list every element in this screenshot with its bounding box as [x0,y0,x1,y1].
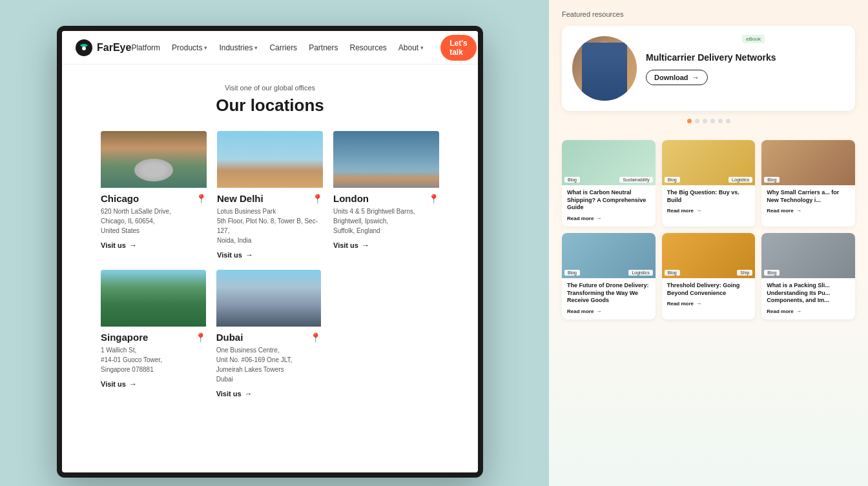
nav-resources[interactable]: Resources [349,43,386,52]
blog-card-packing[interactable]: Blog What is a Packing Sli... Understand… [761,233,855,319]
dubai-address: One Business Centre, Unit No. #06-169 On… [216,345,322,384]
blog-threshold-title: Threshold Delivery: Going Beyond Conveni… [667,282,750,297]
logo[interactable]: FarEye [75,39,131,57]
blog-packing-tag1: Blog [764,270,780,276]
fareye-logo-icon [75,39,93,57]
blog-carbon-body: What is Carbon Neutral Shipping? A Compr… [562,185,656,227]
singapore-info: Singapore 📍 1 Wallich St, #14-01 Guoco T… [101,327,206,389]
location-card-singapore: Singapore 📍 1 Wallich St, #14-01 Guoco T… [101,270,206,398]
delhi-visit-link[interactable]: Visit us → [217,250,323,259]
blog-carbon-image: Blog Sustainability [562,140,656,185]
blog-buyvsbuild-title: The Big Question: Buy vs. Build [667,189,750,204]
blog-buyvsbuild-read-more[interactable]: Read more → [667,208,750,214]
dot-2[interactable] [695,119,699,123]
dubai-visit-link[interactable]: Visit us → [216,389,322,398]
blog-card-carbon[interactable]: Blog Sustainability What is Carbon Neutr… [562,140,656,227]
dubai-name: Dubai [216,332,243,343]
blog-drone-tag1: Blog [564,270,580,276]
chicago-name-row: Chicago 📍 [101,193,207,204]
dot-4[interactable] [710,119,715,123]
delhi-image [217,131,323,188]
singapore-visit-link[interactable]: Visit us → [101,380,206,389]
nav-products[interactable]: Products▾ [172,43,207,52]
blog-grid-row1: Blog Sustainability What is Carbon Neutr… [549,140,868,227]
featured-resources-title: Featured resources [562,10,855,18]
right-panel: Featured resources eBook Multicarrier De… [549,0,868,486]
ebook-person-image [572,36,637,101]
singapore-visit-arrow: → [129,380,137,389]
browser-content: FarEye Platform Products▾ Industries▾ Ca… [62,31,478,472]
blog-threshold-image: Blog Ship [662,233,756,278]
page-subtitle: Visit one of our global offices [101,84,439,92]
location-card-dubai: Dubai 📍 One Business Centre, Unit No. #0… [216,270,322,398]
delhi-name-row: New Delhi 📍 [217,193,323,204]
dubai-name-row: Dubai 📍 [216,332,322,343]
blog-packing-title: What is a Packing Sli... Understanding I… [767,282,850,305]
chicago-address: 620 North LaSalle Drive, Chicago, IL 606… [101,207,207,236]
nav-platform[interactable]: Platform [131,43,160,52]
ebook-badge: eBook [742,35,765,43]
dot-6[interactable] [726,119,730,123]
delhi-address: Lotus Business Park 5th Floor, Plot No. … [217,207,323,245]
dubai-info: Dubai 📍 One Business Centre, Unit No. #0… [216,327,322,398]
location-card-delhi: New Delhi 📍 Lotus Business Park 5th Floo… [217,131,323,259]
singapore-address: 1 Wallich St, #14-01 Guoco Tower, Singap… [101,345,206,374]
blog-carbon-read-more[interactable]: Read more → [567,216,650,221]
blog-smallcarriers-read-more[interactable]: Read more → [767,208,850,214]
browser-window: FarEye Platform Products▾ Industries▾ Ca… [57,26,483,478]
ebook-info: Multicarrier Delivery Networks Download … [646,52,845,85]
dot-3[interactable] [703,119,707,123]
dot-5[interactable] [718,119,723,123]
location-card-london: London 📍 Units 4 & 5 Brightwell Barns, B… [333,131,439,259]
chicago-name: Chicago [101,193,139,204]
download-button[interactable]: Download → [646,70,708,85]
blog-packing-read-more[interactable]: Read more → [767,309,850,314]
blog-card-smallcarriers[interactable]: Blog Why Small Carriers a... for New Tec… [761,140,855,227]
navbar: FarEye Platform Products▾ Industries▾ Ca… [62,31,478,65]
blog-threshold-read-more[interactable]: Read more → [667,301,750,307]
london-visit-link[interactable]: Visit us → [333,241,439,250]
carousel-dots [562,119,855,123]
singapore-name: Singapore [101,332,148,343]
blog-buyvsbuild-tag2: Logistics [728,177,752,183]
dubai-visit-arrow: → [245,389,253,398]
dubai-image [216,270,322,327]
dot-1[interactable] [687,119,692,123]
blog-smallcarriers-title: Why Small Carriers a... for New Technolo… [767,189,850,204]
blog-threshold-tag2: Ship [737,270,752,276]
blog-card-buyvsbuild[interactable]: Blog Logistics The Big Question: Buy vs.… [662,140,756,227]
delhi-visit-arrow: → [245,250,253,259]
london-name: London [333,193,369,204]
blog-smallcarriers-image: Blog [761,140,855,185]
blog-threshold-body: Threshold Delivery: Going Beyond Conveni… [662,278,756,312]
london-address: Units 4 & 5 Brightwell Barns, Brightwell… [333,207,439,236]
svg-point-1 [82,46,86,50]
nav-partners[interactable]: Partners [309,43,338,52]
blog-card-drone[interactable]: Blog Logistics The Future of Drone Deliv… [562,233,656,319]
blog-buyvsbuild-body: The Big Question: Buy vs. Build Read mor… [662,185,756,219]
blog-packing-body: What is a Packing Sli... Understanding I… [761,278,855,319]
ebook-card: eBook Multicarrier Delivery Networks Dow… [562,26,855,111]
singapore-name-row: Singapore 📍 [101,332,206,343]
london-info: London 📍 Units 4 & 5 Brightwell Barns, B… [333,188,439,250]
blog-threshold-tag1: Blog [665,270,680,276]
nav-industries[interactable]: Industries▾ [219,43,258,52]
blog-drone-title: The Future of Drone Delivery: Transformi… [567,282,650,305]
nav-about[interactable]: About▾ [398,43,424,52]
nav-cta-button[interactable]: Let's talk [440,35,477,61]
logo-text: FarEye [97,42,131,54]
singapore-image [101,270,206,327]
blog-card-threshold[interactable]: Blog Ship Threshold Delivery: Going Beyo… [662,233,756,319]
london-name-row: London 📍 [333,193,439,204]
ebook-title: Multicarrier Delivery Networks [646,52,845,63]
chicago-visit-arrow: → [129,241,137,250]
chicago-visit-link[interactable]: Visit us → [101,241,207,250]
nav-carriers[interactable]: Carriers [269,43,297,52]
blog-drone-body: The Future of Drone Delivery: Transformi… [562,278,656,319]
blog-drone-read-more[interactable]: Read more → [567,309,650,314]
blog-carbon-tag2: Sustainability [619,177,652,183]
london-image [333,131,439,188]
delhi-info: New Delhi 📍 Lotus Business Park 5th Floo… [217,188,323,259]
blog-buyvsbuild-tag1: Blog [665,177,680,183]
london-visit-arrow: → [362,241,369,250]
